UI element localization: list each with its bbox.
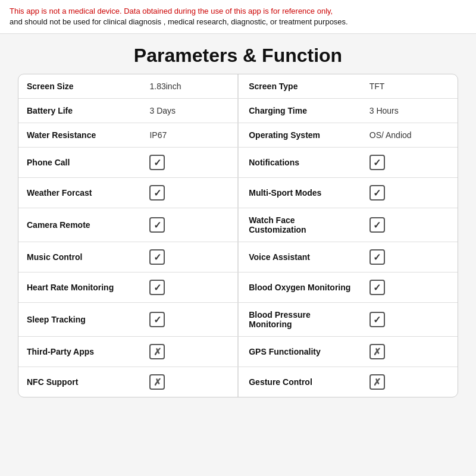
right-label: Operating System (238, 123, 361, 148)
right-value (361, 337, 458, 367)
checkmark-icon (369, 249, 385, 265)
cross-icon (369, 374, 385, 390)
left-value (141, 303, 237, 337)
table-row: Sleep TrackingBlood Pressure Monitoring (18, 303, 458, 337)
left-label: Sleep Tracking (18, 303, 141, 337)
cross-icon (149, 374, 165, 390)
table-row: Battery Life3 DaysCharging Time3 Hours (18, 99, 458, 123)
left-label: Third-Party Apps (18, 337, 141, 367)
left-label: Screen Size (18, 74, 141, 99)
right-label: GPS Functionality (238, 337, 361, 367)
right-label: Blood Pressure Monitoring (238, 303, 361, 337)
table-row: Phone CallNotifications (18, 148, 458, 178)
right-label: Voice Assistant (238, 242, 361, 273)
cross-icon (369, 344, 385, 359)
page-title: Parameters & Function (134, 45, 342, 67)
right-value (361, 242, 458, 273)
left-value (141, 148, 237, 178)
right-label: Charging Time (238, 99, 361, 123)
cross-icon (149, 344, 165, 359)
right-value (361, 303, 458, 337)
left-value: IP67 (141, 123, 237, 148)
parameters-table: Screen Size1.83inchScreen TypeTFTBattery… (18, 74, 458, 397)
disclaimer-line1: This app is not a medical device. Data o… (10, 7, 333, 15)
left-label: Camera Remote (18, 208, 141, 242)
table-row: Third-Party AppsGPS Functionality (18, 337, 458, 367)
right-label: Blood Oxygen Monitoring (238, 273, 361, 303)
disclaimer-line2: and should not be used for clinical diag… (10, 17, 348, 26)
checkmark-icon (149, 312, 165, 327)
right-label: Multi-Sport Modes (238, 178, 361, 208)
table-row: Music ControlVoice Assistant (18, 242, 458, 273)
left-value (141, 178, 237, 208)
left-label: NFC Support (18, 367, 141, 397)
disclaimer-banner: This app is not a medical device. Data o… (0, 0, 476, 34)
checkmark-icon (369, 280, 385, 295)
left-value (141, 337, 237, 367)
left-label: Music Control (18, 242, 141, 273)
right-label: Watch Face Customization (238, 208, 361, 242)
checkmark-icon (149, 217, 165, 233)
checkmark-icon (369, 312, 385, 327)
right-label: Screen Type (238, 74, 361, 99)
right-label: Notifications (238, 148, 361, 178)
table-row: Water ResistanceIP67Operating SystemOS/ … (18, 123, 458, 148)
checkmark-icon (149, 280, 165, 295)
table-row: Screen Size1.83inchScreen TypeTFT (18, 74, 458, 99)
checkmark-icon (369, 217, 385, 233)
left-value: 1.83inch (141, 74, 237, 99)
right-value (361, 148, 458, 178)
right-value (361, 208, 458, 242)
table-row: Weather ForcastMulti-Sport Modes (18, 178, 458, 208)
checkmark-icon (149, 185, 165, 201)
right-value (361, 273, 458, 303)
right-value: TFT (361, 74, 458, 99)
left-value (141, 242, 237, 273)
left-value: 3 Days (141, 99, 237, 123)
left-label: Weather Forcast (18, 178, 141, 208)
right-value (361, 178, 458, 208)
left-label: Phone Call (18, 148, 141, 178)
table-row: Heart Rate MonitoringBlood Oxygen Monito… (18, 273, 458, 303)
right-value (361, 367, 458, 397)
left-value (141, 273, 237, 303)
right-value: OS/ Andiod (361, 123, 458, 148)
checkmark-icon (369, 155, 385, 170)
right-value: 3 Hours (361, 99, 458, 123)
right-label: Gesture Control (238, 367, 361, 397)
table-row: Camera RemoteWatch Face Customization (18, 208, 458, 242)
left-value (141, 208, 237, 242)
table-row: NFC SupportGesture Control (18, 367, 458, 397)
left-label: Water Resistance (18, 123, 141, 148)
left-label: Heart Rate Monitoring (18, 273, 141, 303)
checkmark-icon (369, 185, 385, 201)
checkmark-icon (149, 155, 165, 170)
checkmark-icon (149, 249, 165, 265)
left-value (141, 367, 237, 397)
left-label: Battery Life (18, 99, 141, 123)
